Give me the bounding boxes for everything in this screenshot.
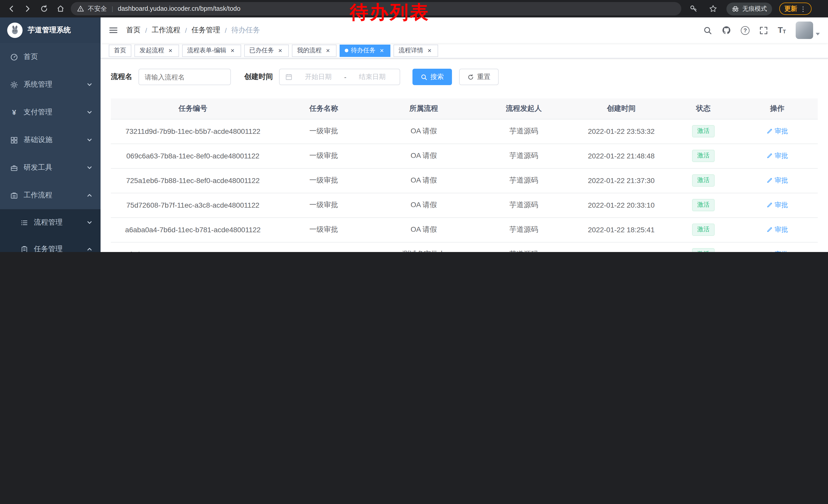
sidebar-item-system-mgmt[interactable]: 系统管理	[0, 71, 100, 98]
approve-link[interactable]: 审批	[767, 250, 788, 252]
actions-cell: 审批	[737, 168, 818, 193]
app-logo[interactable]: 芋道管理系统	[0, 17, 100, 43]
sidebar-item-payment-mgmt[interactable]: ¥ 支付管理	[0, 98, 100, 126]
menu-dots-icon[interactable]: ⋮	[800, 5, 806, 12]
key-icon[interactable]	[688, 3, 700, 15]
end-date-placeholder[interactable]: 结束日期	[350, 72, 394, 82]
breadcrumb-workflow[interactable]: 工作流程	[152, 26, 180, 35]
breadcrumb-current: 待办任务	[232, 26, 260, 35]
approve-link[interactable]: 审批	[767, 200, 788, 210]
close-icon[interactable]: ×	[277, 47, 284, 54]
task-name-cell: 一级审批	[275, 144, 372, 168]
tab-todo-tasks[interactable]: 待办任务 ×	[340, 44, 390, 57]
actions-cell: 审批	[737, 193, 818, 217]
reload-icon[interactable]	[38, 3, 50, 15]
sidebar-item-dev-tools[interactable]: 研发工具	[0, 154, 100, 182]
search-icon[interactable]	[703, 26, 712, 35]
grid-icon	[10, 136, 18, 144]
sidebar-item-infrastructure[interactable]: 基础设施	[0, 126, 100, 154]
sidebar-item-task-mgmt[interactable]: 任务管理	[0, 236, 100, 252]
status-cell: 激活	[670, 217, 737, 242]
url-text[interactable]: dashboard.yudao.iocoder.cn/bpm/task/todo	[118, 5, 240, 12]
sidebar-item-label: 基础设施	[24, 135, 52, 145]
created-cell: 2022-01-22 21:37:30	[573, 168, 670, 193]
task-name-cell: 一级审批	[275, 119, 372, 144]
chevron-down-icon	[87, 165, 92, 171]
breadcrumb-home[interactable]: 首页	[126, 26, 140, 35]
gear-icon	[10, 81, 18, 88]
tags-bar: 首页 发起流程 × 流程表单-编辑 × 已办任务 × 我的流程 ×	[100, 43, 828, 58]
tab-process-detail[interactable]: 流程详情 ×	[394, 44, 438, 57]
home-icon[interactable]	[54, 3, 67, 15]
reset-button[interactable]: 重置	[459, 69, 499, 85]
status-cell: 激活	[670, 193, 737, 217]
actions-cell: 审批	[737, 217, 818, 242]
created-cell: 2022-01-22 18:25:41	[573, 217, 670, 242]
task-id-cell: 73211d9d-7b9b-11ec-b5b7-acde48001122	[111, 119, 275, 144]
sidebar-item-workflow[interactable]: 工作流程	[0, 182, 100, 209]
close-icon[interactable]: ×	[426, 47, 433, 54]
tab-label: 我的流程	[297, 46, 322, 55]
search-button[interactable]: 搜索	[412, 69, 452, 85]
sidebar-item-home[interactable]: 首页	[0, 43, 100, 71]
approve-link[interactable]: 审批	[767, 127, 788, 136]
col-status: 状态	[670, 98, 737, 119]
status-badge: 激活	[692, 224, 715, 236]
fullscreen-icon[interactable]	[759, 26, 768, 35]
github-icon[interactable]	[722, 26, 731, 35]
security-label[interactable]: 不安全	[88, 4, 107, 13]
avatar[interactable]	[796, 21, 813, 39]
star-icon[interactable]	[707, 3, 719, 15]
created-cell: 2022-01-22 21:48:48	[573, 144, 670, 168]
breadcrumb-task-mgmt[interactable]: 任务管理	[192, 26, 220, 35]
status-badge: 激活	[692, 248, 715, 252]
hamburger-icon[interactable]	[109, 26, 118, 35]
start-date-placeholder[interactable]: 开始日期	[296, 72, 340, 82]
col-initiator: 流程发起人	[475, 98, 573, 119]
close-icon[interactable]: ×	[229, 47, 236, 54]
initiator-cell: 芋道源码	[475, 193, 573, 217]
help-icon[interactable]: ?	[741, 26, 749, 35]
forward-icon[interactable]	[22, 3, 34, 15]
screen: 不安全 | dashboard.yudao.iocoder.cn/bpm/tas…	[0, 0, 828, 252]
tab-my-processes[interactable]: 我的流程 ×	[292, 44, 336, 57]
active-dot-icon	[345, 49, 348, 52]
filter-bar: 流程名 创建时间 开始日期 - 结束日期	[111, 69, 818, 85]
address-bar[interactable]: 不安全 | dashboard.yudao.iocoder.cn/bpm/tas…	[71, 2, 681, 15]
created-cell: 2022-01-22 20:33:10	[573, 193, 670, 217]
user-menu[interactable]	[796, 21, 820, 39]
tab-done-tasks[interactable]: 已办任务 ×	[244, 44, 289, 57]
date-range-input[interactable]: 开始日期 - 结束日期	[279, 69, 400, 85]
close-icon[interactable]: ×	[167, 47, 174, 54]
tab-form-edit[interactable]: 流程表单-编辑 ×	[182, 44, 241, 57]
initiator-cell: 芋道源码	[475, 168, 573, 193]
approve-link[interactable]: 审批	[767, 176, 788, 185]
chevron-down-icon	[87, 220, 92, 225]
col-process: 所属流程	[372, 98, 475, 119]
update-label: 更新	[784, 4, 797, 13]
sidebar-item-process-mgmt[interactable]: 流程管理	[0, 209, 100, 236]
breadcrumb: 首页 / 工作流程 / 任务管理 / 待办任务	[126, 26, 260, 35]
tab-home[interactable]: 首页	[109, 44, 131, 57]
close-icon[interactable]: ×	[324, 47, 331, 54]
initiator-cell: 芋道源码	[475, 119, 573, 144]
approve-link[interactable]: 审批	[767, 225, 788, 234]
search-button-label: 搜索	[430, 72, 444, 82]
close-icon[interactable]: ×	[378, 47, 385, 54]
task-id-cell: 75d72608-7b7f-11ec-a3c8-acde48001122	[111, 193, 275, 217]
warning-icon	[77, 5, 84, 12]
status-badge: 激活	[692, 125, 715, 137]
table-row: a6aba0a4-7b6d-11ec-b781-acde48001122 一级审…	[111, 217, 818, 242]
tab-label: 流程详情	[399, 46, 423, 55]
chevron-down-icon	[87, 109, 92, 115]
approve-label: 审批	[775, 225, 788, 234]
update-button[interactable]: 更新 ⋮	[779, 3, 812, 15]
sidebar-item-label: 首页	[24, 52, 38, 61]
process-name-input[interactable]	[145, 73, 225, 81]
back-icon[interactable]	[5, 3, 17, 15]
tab-start-process[interactable]: 发起流程 ×	[134, 44, 179, 57]
font-size-icon[interactable]: TT	[778, 26, 786, 34]
approve-link[interactable]: 审批	[767, 151, 788, 161]
tab-label: 待办任务	[351, 46, 376, 55]
toolbox-icon	[10, 164, 18, 172]
